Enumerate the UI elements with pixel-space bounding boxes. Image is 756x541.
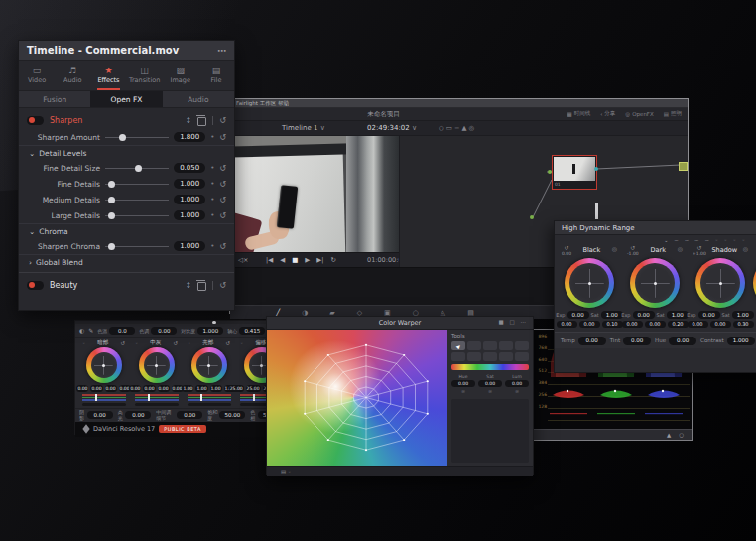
pivot-control[interactable]: 轴心0.415 (227, 327, 265, 335)
next-clip-button[interactable]: ▶| (316, 256, 323, 264)
scroll-handle[interactable] (595, 203, 598, 219)
gamma-r[interactable]: 0.00 (129, 385, 141, 392)
dark-color-wheel[interactable] (630, 258, 680, 308)
exp-value[interactable]: 0.00 (633, 311, 655, 319)
reset-icon[interactable]: ↺ (120, 340, 125, 346)
sharpen-chroma-slider[interactable] (105, 246, 169, 247)
lum-value-group[interactable]: Lum0.00∞ (505, 374, 529, 394)
sharpen-amount-slider[interactable] (105, 137, 169, 138)
keyframe-icon[interactable]: • (210, 196, 214, 203)
reset-icon[interactable]: ↺ (219, 211, 226, 220)
dot-icon[interactable]: ◦ (188, 340, 190, 346)
window-controls[interactable]: ■ □ ⋯ (499, 319, 528, 325)
node-input-dot[interactable] (548, 170, 552, 174)
tool-button[interactable] (467, 341, 481, 350)
hdr-zone-icons[interactable]: ⌄ ~ ~ ~ ~ ◦ ◦ ◦ ◦ (555, 235, 756, 245)
sat-value[interactable]: 1.00 (732, 311, 754, 319)
temp-control[interactable]: 色温0.0 (97, 327, 135, 335)
saturation-control[interactable]: 饱和度50.00 (207, 409, 245, 421)
gain-g[interactable]: 1.00 (195, 385, 207, 392)
tool-button[interactable] (515, 341, 529, 350)
play-reverse-button[interactable]: ◀ (280, 256, 285, 264)
scope-options-icon[interactable]: ○ (679, 432, 684, 438)
sat-value[interactable]: 1.00 (601, 311, 623, 319)
mid-detail-control[interactable]: 中间调细节0.00 (156, 409, 202, 421)
reset-icon[interactable]: ↺ (219, 242, 226, 251)
tool-button[interactable] (499, 352, 513, 361)
target-icon[interactable]: ◎ (743, 245, 748, 252)
timecode-display[interactable]: 02:49:34:02 ∨ (367, 124, 417, 132)
reset-icon[interactable]: ↺+1.00 (693, 245, 706, 257)
exp-value[interactable]: 0.00 (698, 311, 720, 319)
picker-icon[interactable]: ✎ (88, 327, 93, 334)
chevron-down-icon[interactable]: ⌄ (29, 227, 35, 236)
contrast-control[interactable]: 对比度1.000 (181, 327, 223, 335)
play-button[interactable]: ▶ (305, 256, 310, 264)
keyframe-icon[interactable]: • (210, 180, 214, 188)
l-value[interactable]: 0.30 (733, 321, 754, 328)
reset-icon[interactable]: ↺ (225, 340, 230, 346)
range-value[interactable]: 0.00 (562, 251, 571, 257)
gamma-b[interactable]: 0.00 (158, 385, 170, 392)
toolbar-item-timeline[interactable]: ▦时间线 (567, 110, 590, 117)
node-output-dot[interactable] (594, 167, 598, 171)
tool-button[interactable] (499, 341, 513, 350)
tab-audio[interactable]: ♬Audio (55, 61, 90, 90)
y-value[interactable]: 0.00 (579, 321, 600, 328)
link-icon[interactable]: ∞ (461, 388, 465, 394)
tab-effects[interactable]: ★Effects (90, 61, 126, 90)
toolbar-item-lightbox[interactable]: ▤照明 (664, 110, 682, 117)
expand-icon[interactable]: ▲ (667, 432, 671, 438)
select-tool-button[interactable]: ▶ (451, 341, 465, 350)
dot-icon[interactable]: ◦ (135, 340, 138, 346)
menu-items[interactable]: Fairlight 工作区 帮助 (236, 100, 289, 107)
tab-file[interactable]: ▤File (198, 61, 234, 90)
x-value[interactable]: 0.00 (622, 321, 643, 328)
l-value[interactable]: 0.10 (602, 321, 623, 328)
reset-icon[interactable]: ↺ (219, 164, 226, 173)
reset-effect-icon[interactable]: ↺ (219, 116, 226, 125)
tool-button[interactable] (515, 352, 529, 361)
reset-icon[interactable]: ↺0.00 (562, 245, 571, 257)
footer-icons[interactable]: ▤ ◦ (281, 469, 291, 474)
keyframe-icon[interactable]: • (210, 211, 214, 219)
shadow-control[interactable]: 阴影0.00 (79, 409, 113, 421)
large-details-slider[interactable] (105, 215, 169, 216)
lift-g[interactable]: 0.00 (90, 385, 102, 392)
x-value[interactable]: 0.00 (688, 321, 708, 328)
hue-sat-mesh[interactable] (267, 330, 447, 466)
link-icon[interactable]: ∞ (515, 388, 519, 394)
master-wheel-slider[interactable] (82, 403, 126, 406)
sat-value-group[interactable]: Sat0.00∞ (478, 374, 502, 394)
large-details-value[interactable]: 1.000 (174, 210, 205, 220)
prev-clip-button[interactable]: |◀ (266, 256, 273, 264)
black-color-wheel[interactable] (565, 258, 614, 308)
link-icon[interactable]: ∞ (488, 388, 492, 394)
reset-icon[interactable]: ↺ (219, 133, 226, 142)
auto-balance-icon[interactable]: ◐ (79, 327, 84, 334)
source-dot[interactable] (530, 215, 534, 219)
fine-detail-size-slider[interactable] (105, 168, 169, 169)
section-title[interactable]: Detail Levels (39, 149, 86, 158)
scrollbar[interactable] (75, 321, 288, 324)
tab-image[interactable]: ▨Image (163, 61, 198, 90)
target-icon[interactable]: ◎ (678, 245, 683, 252)
output-node[interactable] (679, 162, 688, 171)
tab-transition[interactable]: ◫Transition (127, 61, 163, 90)
tint-control[interactable]: 色调0.00 (139, 327, 177, 335)
shadow-color-wheel[interactable] (695, 258, 745, 308)
tool-button[interactable] (483, 341, 497, 350)
keyframe-icon[interactable]: • (210, 133, 214, 141)
gamma-color-wheel[interactable] (139, 347, 175, 383)
target-icon[interactable]: ◎ (612, 245, 617, 252)
section-title[interactable]: Chroma (39, 227, 67, 236)
reorder-icon[interactable]: ↕ (186, 116, 192, 125)
sharpen-amount-value[interactable]: 1.800 (174, 132, 205, 142)
highlight-control[interactable]: 高光0.00 (118, 409, 152, 421)
loop-button[interactable]: ↻ (331, 256, 336, 264)
dot-icon[interactable]: ◦ (240, 340, 243, 346)
dot-icon[interactable]: ◦ (82, 340, 85, 346)
master-wheel-slider[interactable] (188, 403, 231, 406)
fine-details-slider[interactable] (105, 184, 169, 185)
more-options-icon[interactable]: ⋯ (217, 46, 226, 56)
